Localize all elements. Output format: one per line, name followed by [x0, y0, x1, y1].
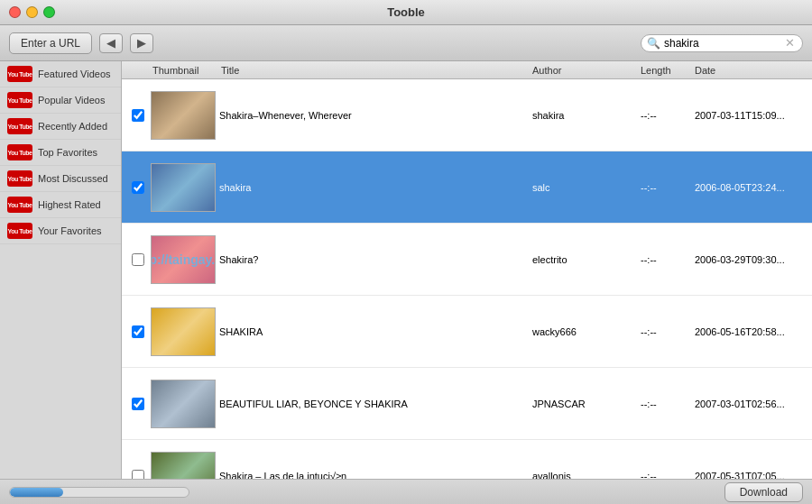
row-date: 2007-03-11T15:09...	[695, 110, 812, 121]
sidebar-item-your[interactable]: You TubeYour Favorites	[0, 218, 121, 244]
row-length: --:--	[641, 399, 695, 409]
forward-button[interactable]: ▶	[130, 33, 153, 53]
search-clear-button[interactable]: ✕	[785, 37, 795, 49]
col-date: Date	[695, 65, 812, 76]
row-author: wacky666	[532, 326, 641, 337]
watermark-text: http://taingay.vn/	[151, 252, 216, 267]
row-title: Shakira – Las de la intuci√≥n	[219, 471, 532, 480]
row-date: 2007-03-01T02:56...	[695, 399, 812, 409]
row-checkbox-container	[129, 325, 147, 338]
sidebar-item-highest[interactable]: You TubeHighest Rated	[0, 192, 121, 218]
row-date: 2007-05-31T07:05...	[695, 471, 812, 480]
table-row[interactable]: shakirasalc--:--2006-08-05T23:24...	[122, 151, 812, 224]
youtube-logo: You Tube	[7, 118, 32, 134]
row-length: --:--	[641, 110, 695, 121]
youtube-logo: You Tube	[7, 144, 32, 160]
search-icon: 🔍	[647, 37, 660, 50]
row-author: avallonis	[532, 471, 641, 480]
back-button[interactable]: ◀	[99, 33, 123, 53]
table-area: Thumbnail Title Author Length Date Shaki…	[122, 61, 812, 479]
youtube-logo: You Tube	[7, 92, 32, 108]
col-length: Length	[641, 65, 695, 76]
table-header: Thumbnail Title Author Length Date	[122, 61, 812, 79]
row-author: salc	[532, 182, 641, 193]
row-length: --:--	[641, 182, 695, 193]
sidebar-item-recently[interactable]: You TubeRecently Added	[0, 114, 121, 140]
row-thumbnail	[147, 306, 219, 358]
row-checkbox-container	[129, 398, 147, 410]
toolbar: Enter a URL ◀ ▶ 🔍 ✕	[0, 25, 812, 61]
row-author: shakira	[532, 110, 641, 121]
row-title: SHAKIRA	[219, 326, 532, 337]
row-length: --:--	[641, 326, 695, 337]
row-checkbox[interactable]	[132, 181, 144, 194]
row-title: Shakira–Whenever, Wherever	[219, 110, 532, 121]
row-length: --:--	[641, 471, 695, 480]
sidebar-item-label: Top Favorites	[38, 146, 97, 159]
progress-bar-container	[9, 487, 189, 498]
row-title: shakira	[219, 182, 532, 193]
col-thumbnail: Thumbnail	[149, 65, 221, 76]
progress-bar-fill	[10, 488, 63, 497]
row-date: 2006-03-29T09:30...	[695, 254, 812, 265]
row-checkbox[interactable]	[132, 253, 144, 266]
bottom-bar: Download	[0, 479, 812, 504]
row-checkbox[interactable]	[132, 470, 144, 480]
download-button[interactable]: Download	[724, 482, 803, 502]
row-date: 2006-08-05T23:24...	[695, 182, 812, 193]
sidebar-item-label: Most Discussed	[38, 172, 108, 185]
youtube-logo: You Tube	[7, 223, 32, 239]
row-thumbnail	[147, 161, 219, 214]
sidebar-item-label: Recently Added	[38, 120, 107, 133]
sidebar: You TubeFeatured VideosYou TubePopular V…	[0, 61, 122, 479]
sidebar-item-label: Highest Rated	[38, 198, 101, 211]
row-thumbnail: http://taingay.vn/	[147, 234, 219, 286]
titlebar: Tooble	[0, 0, 812, 25]
main-content: You TubeFeatured VideosYou TubePopular V…	[0, 61, 812, 479]
close-button[interactable]	[9, 6, 21, 18]
row-thumbnail	[147, 89, 219, 142]
minimize-button[interactable]	[26, 6, 38, 18]
row-checkbox-container	[129, 253, 147, 266]
sidebar-item-featured[interactable]: You TubeFeatured Videos	[0, 61, 121, 87]
enter-url-button[interactable]: Enter a URL	[9, 32, 92, 54]
row-checkbox[interactable]	[132, 325, 144, 338]
row-thumbnail	[147, 378, 219, 430]
row-title: Shakira?	[219, 254, 532, 265]
table-row[interactable]: BEAUTIFUL LIAR, BEYONCE Y SHAKIRAJPNASCA…	[122, 368, 812, 440]
row-date: 2006-05-16T20:58...	[695, 326, 812, 337]
row-checkbox[interactable]	[132, 398, 144, 410]
search-input[interactable]	[664, 37, 781, 50]
row-author: JPNASCAR	[532, 399, 641, 409]
sidebar-item-label: Popular Videos	[38, 94, 105, 106]
app-title: Tooble	[387, 5, 425, 19]
sidebar-item-popular[interactable]: You TubePopular Videos	[0, 87, 121, 114]
search-box: 🔍 ✕	[641, 34, 803, 52]
row-author: electrito	[532, 254, 641, 265]
youtube-logo: You Tube	[7, 170, 32, 187]
sidebar-item-most[interactable]: You TubeMost Discussed	[0, 166, 121, 192]
table-row[interactable]: SHAKIRAwacky666--:--2006-05-16T20:58...	[122, 296, 812, 368]
col-title: Title	[221, 65, 532, 76]
table-row[interactable]: Shakira–Whenever, Wherevershakira--:--20…	[122, 79, 812, 151]
window-controls	[9, 6, 55, 18]
col-author: Author	[532, 65, 641, 76]
row-length: --:--	[641, 254, 695, 265]
maximize-button[interactable]	[43, 6, 55, 18]
row-checkbox-container	[129, 109, 147, 122]
youtube-logo: You Tube	[7, 197, 32, 213]
row-checkbox-container	[129, 181, 147, 194]
row-thumbnail	[147, 450, 219, 480]
sidebar-item-top[interactable]: You TubeTop Favorites	[0, 140, 121, 166]
row-title: BEAUTIFUL LIAR, BEYONCE Y SHAKIRA	[219, 399, 532, 409]
row-checkbox-container	[129, 470, 147, 480]
table-row[interactable]: http://taingay.vn/Shakira?electrito--:--…	[122, 224, 812, 296]
sidebar-item-label: Your Favorites	[38, 225, 102, 237]
row-checkbox[interactable]	[132, 109, 144, 122]
table-row[interactable]: Shakira – Las de la intuci√≥navallonis--…	[122, 440, 812, 479]
table-body: Shakira–Whenever, Wherevershakira--:--20…	[122, 79, 812, 479]
youtube-logo: You Tube	[7, 66, 32, 82]
sidebar-item-label: Featured Videos	[38, 68, 111, 80]
